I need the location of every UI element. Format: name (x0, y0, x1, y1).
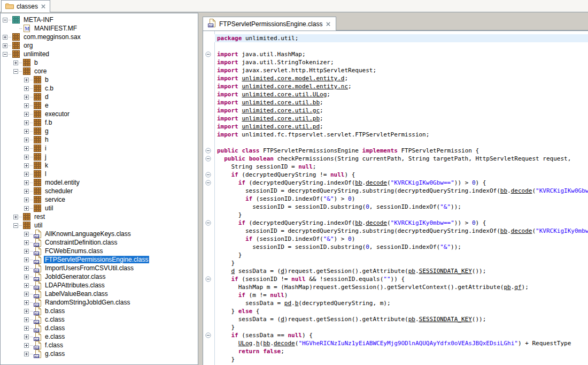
tree-item-c-class[interactable]: 010c.class (1, 315, 198, 324)
tree-item-e[interactable]: e (1, 101, 198, 110)
code-link[interactable]: qf (514, 284, 521, 291)
code-link[interactable]: unlimited.core.util.bb (242, 99, 320, 106)
code-link[interactable]: unlimited.core.model.entity.nc (242, 83, 348, 90)
code-link[interactable]: bb (500, 187, 507, 194)
tree-item-k[interactable]: k (1, 161, 198, 170)
expand-toggle[interactable] (24, 146, 29, 151)
expand-toggle[interactable] (24, 334, 29, 339)
collapse-toggle[interactable] (3, 52, 7, 57)
collapse-toggle[interactable] (13, 223, 18, 228)
tree-item-unlimited[interactable]: unlimited (1, 50, 198, 58)
tree-item-e-class[interactable]: 010e.class (1, 332, 198, 341)
tree-item-util[interactable]: util (1, 221, 198, 230)
code-link[interactable]: bb (355, 179, 362, 186)
expand-toggle[interactable] (24, 257, 29, 262)
tab-class-file[interactable]: 010 FTPServletPermissionsEngine.class (203, 17, 336, 31)
expand-toggle[interactable] (24, 300, 29, 305)
tree-item-b[interactable]: b (1, 75, 198, 84)
expand-toggle[interactable] (24, 326, 29, 331)
tree-item-d[interactable]: d (1, 93, 198, 101)
tree-item-j[interactable]: j (1, 153, 198, 161)
tab-classes[interactable]: classes (1, 0, 50, 12)
tree-item-model-entity[interactable]: model.entity (1, 178, 198, 187)
expand-toggle[interactable] (24, 129, 29, 134)
tree-item-rest[interactable]: rest (1, 212, 198, 221)
tree-item-service[interactable]: service (1, 195, 198, 204)
expand-toggle[interactable] (24, 155, 29, 159)
expand-toggle[interactable] (24, 317, 29, 322)
tree-item-executor[interactable]: executor (1, 110, 198, 118)
code-link[interactable]: pd (284, 300, 291, 307)
code-link[interactable]: pb (408, 316, 415, 323)
expand-toggle[interactable] (24, 95, 29, 100)
code-link[interactable]: d (281, 316, 284, 323)
expand-toggle[interactable] (24, 180, 29, 185)
expand-toggle[interactable] (24, 163, 29, 168)
expand-toggle[interactable] (24, 292, 29, 296)
code-link[interactable]: unlimited.core.util.pd (242, 123, 320, 130)
code-link[interactable]: h (256, 340, 260, 347)
tree-item-manifest-mf[interactable]: MMANIFEST.MF (1, 24, 198, 33)
close-icon[interactable] (41, 4, 46, 9)
collapse-toggle[interactable] (3, 18, 7, 22)
tree-item-meta-inf[interactable]: META-INF (1, 16, 198, 24)
tree-item-i[interactable]: i (1, 144, 198, 153)
code-link[interactable]: decode (274, 340, 295, 347)
expand-toggle[interactable] (3, 43, 7, 48)
tree-item-ldapattributes-class[interactable]: 010LDAPAttributes.class (1, 281, 198, 290)
expand-toggle[interactable] (24, 240, 29, 245)
code-link[interactable]: decode (366, 179, 387, 186)
code-link[interactable]: decode (511, 227, 532, 234)
expand-toggle[interactable] (24, 275, 29, 279)
expand-toggle[interactable] (24, 112, 29, 117)
expand-toggle[interactable] (24, 352, 29, 356)
code-link[interactable]: pb (504, 284, 510, 291)
collapse-toggle[interactable] (13, 69, 18, 74)
expand-toggle[interactable] (24, 283, 29, 288)
code-editor[interactable]: package unlimited.util;import java.util.… (203, 31, 588, 365)
expand-toggle[interactable] (24, 138, 29, 142)
expand-toggle[interactable] (13, 60, 18, 65)
code-link[interactable]: d (281, 268, 284, 275)
code-link[interactable]: bb (355, 219, 362, 226)
tree-item-org[interactable]: org (1, 41, 198, 50)
code-link[interactable]: ULog (238, 340, 253, 347)
tree-item-l[interactable]: l (1, 170, 198, 178)
tree-item-com-megginson-sax[interactable]: com.megginson.sax (1, 33, 198, 41)
tree-item-g[interactable]: g (1, 127, 198, 135)
expand-toggle[interactable] (24, 172, 29, 177)
tree-item-fcwebenums-class[interactable]: 010FCWebEnums.class (1, 247, 198, 255)
expand-toggle[interactable] (24, 249, 29, 254)
tree-item-f-class[interactable]: 010f.class (1, 341, 198, 349)
tree-item-b[interactable]: b (1, 58, 198, 67)
code-link[interactable]: unlimited.core.util.pb (242, 115, 320, 122)
tree-item-util[interactable]: util (1, 204, 198, 212)
code-link[interactable]: unlimited.core.model.entity.d (242, 75, 344, 82)
expand-toggle[interactable] (24, 103, 29, 108)
expand-toggle[interactable] (24, 120, 29, 125)
code-link[interactable]: decode (511, 187, 532, 194)
expand-toggle[interactable] (24, 86, 29, 91)
tree-item-importusersfromcsvutil-class[interactable]: 010ImportUsersFromCSVUtil.class (1, 264, 198, 272)
tree-item-g-class[interactable]: 010g.class (1, 349, 198, 358)
expand-toggle[interactable] (24, 189, 29, 194)
tree-item-randomstringjobidgen-class[interactable]: 010RandomStringJobIdGen.class (1, 298, 198, 307)
code-link[interactable]: SESSIONDATA_KEY (419, 268, 472, 275)
code-link[interactable]: bb (263, 340, 270, 347)
close-icon[interactable] (326, 21, 331, 27)
expand-toggle[interactable] (24, 232, 29, 237)
code-link[interactable]: decode (366, 219, 387, 226)
expand-toggle[interactable] (24, 78, 29, 82)
tree-item-b-class[interactable]: 010b.class (1, 307, 198, 315)
expand-toggle[interactable] (24, 197, 29, 202)
code-link[interactable]: pb (408, 268, 415, 275)
tree-item-allknownlanguagekeys-class[interactable]: 010AllKnownLanguageKeys.class (1, 230, 198, 238)
expand-toggle[interactable] (3, 35, 7, 40)
tree-item-jobidgenerator-class[interactable]: 010JobIdGenerator.class (1, 272, 198, 281)
tree-item-f-b[interactable]: f.b (1, 118, 198, 127)
expand-toggle[interactable] (24, 343, 29, 348)
tree-item-c-b[interactable]: c.b (1, 84, 198, 93)
code-link[interactable]: bb (500, 227, 507, 234)
tree-item-core[interactable]: core (1, 67, 198, 75)
expand-toggle[interactable] (24, 309, 29, 314)
